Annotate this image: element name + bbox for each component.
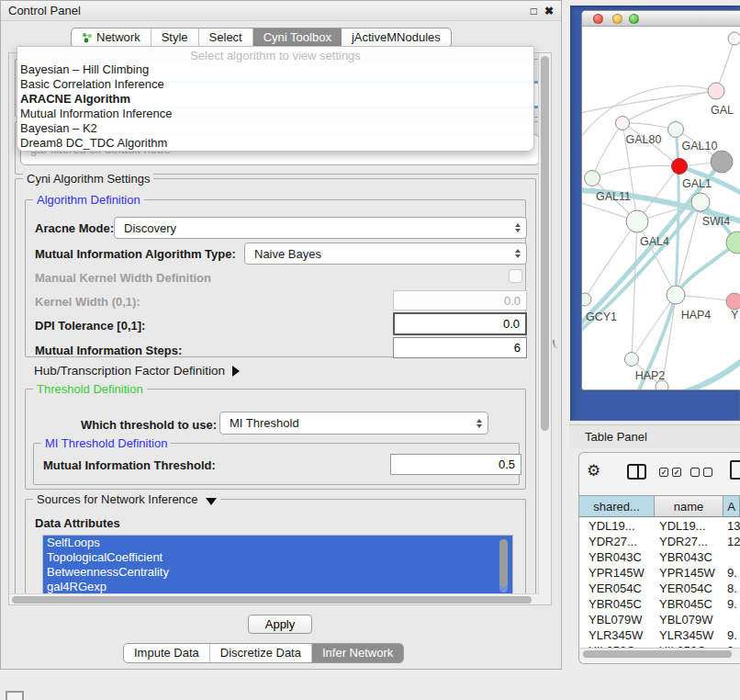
table-horizontal-scrollbar[interactable] [579, 648, 740, 660]
network-node-gal10[interactable] [668, 122, 684, 138]
tab-cyni-toolbox[interactable]: Cyni Toolbox [253, 28, 342, 47]
minimize-traffic-light-icon[interactable] [612, 14, 622, 24]
network-edge[interactable] [632, 221, 637, 359]
table-row[interactable]: YBR043CYBR043C [579, 549, 740, 565]
network-node[interactable] [656, 380, 668, 390]
mi-type-combobox[interactable]: Naive Bayes [244, 243, 527, 265]
collapse-arrow-icon [206, 498, 217, 505]
network-node[interactable] [728, 32, 740, 45]
mi-threshold-input[interactable] [390, 454, 521, 475]
algorithm-dropdown-popup: Select algorithm to view settings Bayesi… [17, 46, 534, 152]
popup-placeholder: Select algorithm to view settings [17, 49, 533, 62]
attribute-item-betweennesscentrality[interactable]: BetweennessCentrality [43, 565, 512, 580]
table-row[interactable]: YPR145WYPR145W9. [579, 565, 740, 581]
hub-definition-toggle[interactable]: Hub/Transcription Factor Definition [34, 364, 240, 378]
network-node-hap4[interactable] [667, 286, 685, 304]
network-edge[interactable] [592, 165, 679, 178]
table-row[interactable]: YBL079WYBL079W [579, 612, 740, 627]
tab-impute-data[interactable]: Impute Data [124, 644, 210, 662]
network-node-swi4[interactable] [691, 193, 710, 211]
dpi-tolerance-input[interactable] [393, 312, 527, 335]
which-threshold-combobox[interactable]: MI Threshold [219, 412, 488, 435]
mi-steps-input[interactable] [393, 337, 527, 358]
network-node-gcy1[interactable] [582, 293, 591, 306]
node-label: GAL1 [682, 177, 712, 190]
control-panel-window: Control Panel □ ✖ NetworkStyleSelectCyni… [0, 0, 562, 670]
tab-label: Discretize Data [220, 644, 301, 662]
column-header-name[interactable]: name [655, 496, 723, 516]
docked-panel-icon[interactable] [6, 691, 24, 700]
network-edge[interactable] [676, 243, 737, 295]
network-edge[interactable] [632, 295, 676, 359]
manual-kernel-label: Manual Kernel Width Definition [35, 271, 211, 285]
sources-group-label[interactable]: Sources for Network Inference [33, 492, 220, 506]
tab-label: jActiveMNodules [352, 28, 441, 47]
cyni-algorithm-settings-label: Cyni Algorithm Settings [23, 172, 153, 186]
algorithm-option-basic-correlation-inference[interactable]: Basic Correlation Inference [17, 77, 533, 92]
table-cell: 9. [723, 627, 740, 643]
table-cell: 8. [723, 581, 740, 596]
network-edge[interactable] [663, 356, 740, 390]
tab-select[interactable]: Select [199, 28, 253, 47]
algorithm-option-mutual-information-inference[interactable]: Mutual Information Inference [17, 107, 533, 121]
attribute-item-gal4rgexp[interactable]: gal4RGexp [43, 580, 512, 594]
network-node-hap2[interactable] [625, 353, 639, 367]
table-row[interactable]: YLR345WYLR345W9. [579, 627, 740, 643]
split-panel-icon[interactable] [627, 464, 646, 480]
tab-label: Cyni Toolbox [263, 28, 331, 47]
tab-label: Network [96, 28, 140, 47]
mi-threshold-group-label: MI Threshold Definition [41, 436, 171, 450]
close-icon[interactable]: ✖ [544, 5, 554, 17]
node-label: GAL4 [640, 235, 669, 248]
attribute-item-topologicalcoefficient[interactable]: TopologicalCoefficient [43, 550, 512, 565]
table-cell: 9. [723, 565, 740, 581]
tab-discretize-data[interactable]: Discretize Data [210, 644, 312, 662]
tab-jactivemnodules[interactable]: jActiveMNodules [342, 28, 451, 47]
vertical-scrollbar[interactable] [538, 53, 551, 604]
deselect-all-icon[interactable] [690, 468, 712, 477]
table-toolbar: ⚙ ✓✓ [579, 453, 740, 495]
algorithm-option-dream8-dc-tdc-algorithm[interactable]: Dream8 DC_TDC Algorithm [17, 136, 533, 151]
tab-infer-network[interactable]: Infer Network [312, 644, 403, 662]
gear-icon[interactable]: ⚙ [587, 461, 600, 480]
column-header-a[interactable]: A [723, 496, 740, 516]
cyni-algorithm-settings-group: Cyni Algorithm Settings Algorithm Defini… [15, 178, 536, 601]
apply-button[interactable]: Apply [248, 615, 312, 634]
network-canvas[interactable]: GALGAL80GAL10GAL1GAL11SWI4GAL4HAP4YGCY1H… [582, 27, 740, 390]
new-table-icon[interactable] [730, 460, 740, 480]
network-edge[interactable] [622, 91, 716, 123]
table-row[interactable]: YER054CYER054C8. [579, 581, 740, 596]
algorithm-option-aracne-algorithm[interactable]: ARACNE Algorithm [17, 92, 533, 107]
algorithm-option-bayesian-hill-climbing[interactable]: Bayesian – Hill Climbing [17, 62, 533, 77]
select-all-icon[interactable]: ✓✓ [659, 468, 681, 477]
aracne-mode-combobox[interactable]: Discovery [114, 217, 527, 239]
network-node[interactable] [711, 151, 733, 173]
network-view-frame[interactable]: GALGAL80GAL10GAL1GAL11SWI4GAL4HAP4YGCY1H… [570, 6, 740, 421]
network-node-gal1[interactable] [672, 159, 688, 175]
network-node-y[interactable] [726, 293, 740, 310]
zoom-traffic-light-icon[interactable] [629, 14, 639, 24]
column-header-shared[interactable]: shared... [579, 496, 655, 516]
horizontal-scrollbar[interactable] [9, 593, 540, 605]
network-node-gal4[interactable] [626, 210, 648, 232]
aracne-mode-value: Discovery [124, 221, 176, 235]
table-row[interactable]: YDR27...YDR27...12 [579, 534, 740, 549]
tab-style[interactable]: Style [151, 28, 199, 47]
table-cell: YDR27... [655, 534, 723, 549]
attribute-item-selfloops[interactable]: SelfLoops [43, 536, 512, 550]
network-icon [82, 32, 93, 43]
manual-kernel-checkbox[interactable] [509, 269, 522, 283]
float-window-icon[interactable]: □ [531, 5, 537, 17]
network-node-gal[interactable] [708, 83, 724, 99]
tab-network[interactable]: Network [72, 28, 151, 47]
kernel-width-input[interactable] [393, 290, 527, 310]
table-row[interactable]: YDL19...YDL19...13 [579, 518, 740, 534]
network-node-gal11[interactable] [585, 171, 600, 186]
algorithm-option-bayesian-k2[interactable]: Bayesian – K2 [17, 121, 533, 136]
table-row[interactable]: YBR045CYBR045C9. [579, 596, 740, 612]
close-traffic-light-icon[interactable] [593, 14, 603, 24]
network-edge[interactable] [585, 221, 637, 299]
network-node-gal80[interactable] [616, 117, 630, 130]
list-scrollbar[interactable] [499, 539, 508, 593]
table-window: ⚙ ✓✓ shared...nameA YDL19...YDL19...13YD… [578, 452, 740, 664]
